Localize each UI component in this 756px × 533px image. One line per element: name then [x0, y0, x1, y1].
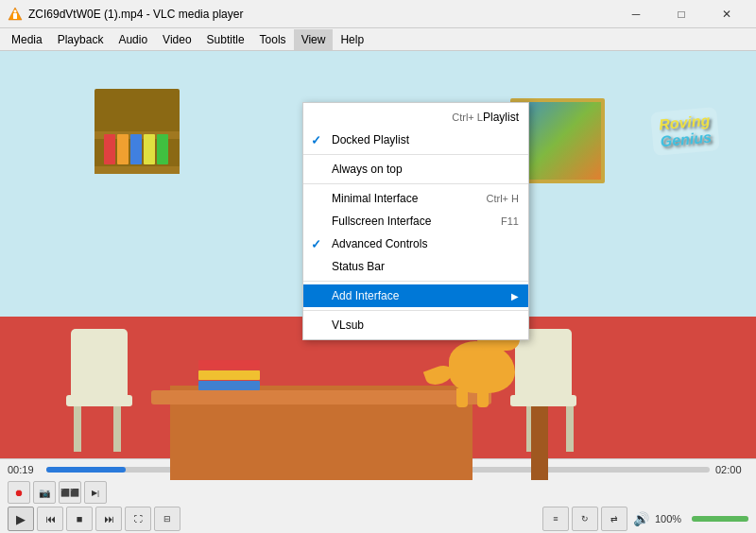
- books-on-desk: [198, 360, 260, 390]
- chair-left-leg1: [74, 404, 81, 452]
- menu-item-docked-playlist[interactable]: ✓ Docked Playlist: [303, 129, 528, 151]
- dino-leg1: [456, 388, 468, 407]
- maximize-button[interactable]: □: [660, 0, 703, 28]
- menu-item-playlist[interactable]: Ctrl+ L Playlist: [303, 106, 528, 129]
- playlist-button[interactable]: ≡: [542, 507, 569, 531]
- random-button[interactable]: ⇄: [601, 507, 627, 531]
- menu-section-playlist: Ctrl+ L Playlist ✓ Docked Playlist: [303, 103, 528, 155]
- fullscreen-button[interactable]: ⛶: [125, 507, 151, 531]
- chair-right-leg1: [566, 404, 574, 452]
- volume-track[interactable]: [692, 516, 748, 522]
- logo-area: Roving Genius: [624, 98, 747, 164]
- menu-item-vlsub[interactable]: VLsub: [303, 314, 528, 336]
- advanced-controls-check: ✓: [311, 237, 321, 251]
- shelf-board-bottom: [94, 166, 180, 174]
- book1: [104, 134, 115, 164]
- frame-advance-button[interactable]: ▶|: [84, 481, 107, 504]
- transport-left: ▶ ⏮ ■ ⏭ ⛶ ⊟: [8, 507, 180, 531]
- title-bar: ZCI69dVtW0E (1).mp4 - VLC media player ─…: [0, 0, 756, 28]
- play-button[interactable]: ▶: [8, 507, 34, 531]
- book-stack-2: [198, 370, 260, 380]
- fullscreen-shortcut: F11: [482, 215, 519, 227]
- current-time: 00:19: [8, 464, 41, 475]
- menu-item-advanced-controls[interactable]: ✓ Advanced Controls: [303, 232, 528, 255]
- menu-item-minimal-interface[interactable]: Minimal Interface Ctrl+ H: [303, 187, 528, 210]
- transport-right: ≡ ↻ ⇄ 🔊 100%: [542, 507, 748, 531]
- minimize-button[interactable]: ─: [614, 0, 658, 28]
- svg-rect-1: [13, 13, 17, 19]
- book5: [157, 134, 168, 164]
- volume-area: 🔊 100%: [630, 508, 748, 529]
- menu-playback[interactable]: Playback: [50, 29, 112, 50]
- video-area: Roving Genius Ctr: [0, 51, 756, 480]
- prev-button[interactable]: ⏮: [37, 507, 63, 531]
- app-icon: [8, 7, 23, 22]
- close-button[interactable]: ✕: [705, 0, 748, 28]
- view-dropdown-menu: Ctrl+ L Playlist ✓ Docked Playlist Alway…: [302, 102, 529, 340]
- add-interface-arrow: ▶: [511, 291, 519, 301]
- chair-left-back: [71, 329, 128, 395]
- window-controls: ─ □ ✕: [614, 0, 748, 28]
- playlist-shortcut: Ctrl+ L: [433, 112, 483, 123]
- total-time: 02:00: [715, 464, 748, 475]
- cartoon-bookshelf: [94, 89, 180, 174]
- logo-line2: Genius: [660, 129, 713, 151]
- menu-section-vlsub: VLsub: [303, 311, 528, 339]
- minimal-shortcut: Ctrl+ H: [467, 193, 519, 204]
- book4: [144, 134, 155, 164]
- chair-left-seat: [66, 395, 132, 406]
- docked-playlist-check: ✓: [311, 133, 321, 147]
- book-stack-1: [198, 360, 260, 370]
- window-title: ZCI69dVtW0E (1).mp4 - VLC media player: [28, 8, 614, 21]
- chair-left-leg2: [113, 404, 121, 452]
- loop-button[interactable]: ↻: [572, 507, 598, 531]
- transport-controls-row: ▶ ⏮ ■ ⏭ ⛶ ⊟ ≡ ↻ ⇄ 🔊 100%: [0, 505, 756, 533]
- dino-body: [449, 341, 515, 393]
- volume-label: 100%: [655, 513, 688, 524]
- menu-section-add-interface: Add Interface ▶: [303, 282, 528, 311]
- book-stack-3: [198, 381, 260, 390]
- menu-bar: Media Playback Audio Video Subtitle Tool…: [0, 28, 756, 51]
- book2: [117, 134, 129, 164]
- menu-section-interface: Minimal Interface Ctrl+ H Fullscreen Int…: [303, 184, 528, 282]
- desk-leg-right: [531, 404, 548, 480]
- next-button[interactable]: ⏭: [95, 507, 122, 531]
- desk-top: [151, 390, 491, 404]
- menu-item-add-interface[interactable]: Add Interface ▶: [303, 284, 528, 307]
- progress-fill: [46, 467, 126, 473]
- volume-icon-button[interactable]: 🔊: [630, 508, 651, 529]
- advanced-controls-row: ⏺ 📷 ⬛⬛ ▶|: [0, 480, 756, 505]
- menu-section-always-on-top: Always on top: [303, 155, 528, 184]
- loop-ab-button[interactable]: ⬛⬛: [59, 481, 81, 504]
- menu-item-status-bar[interactable]: Status Bar: [303, 255, 528, 278]
- menu-item-always-on-top[interactable]: Always on top: [303, 158, 528, 181]
- record-button[interactable]: ⏺: [8, 481, 30, 504]
- volume-fill: [692, 516, 748, 522]
- menu-view[interactable]: View: [294, 29, 334, 50]
- menu-item-fullscreen-interface[interactable]: Fullscreen Interface F11: [303, 210, 528, 232]
- menu-subtitle[interactable]: Subtitle: [199, 29, 252, 50]
- book3: [130, 134, 142, 164]
- menu-tools[interactable]: Tools: [252, 29, 294, 50]
- dinosaur: [449, 341, 515, 393]
- menu-media[interactable]: Media: [4, 29, 50, 50]
- chair-right-seat: [510, 395, 576, 406]
- stop-button[interactable]: ■: [66, 507, 93, 531]
- menu-audio[interactable]: Audio: [111, 29, 155, 50]
- svg-point-2: [14, 9, 17, 12]
- dino-leg2: [477, 388, 489, 407]
- menu-help[interactable]: Help: [333, 29, 371, 50]
- snapshot-button[interactable]: 📷: [33, 481, 56, 504]
- menu-video[interactable]: Video: [155, 29, 198, 50]
- extended-settings-button[interactable]: ⊟: [154, 507, 180, 531]
